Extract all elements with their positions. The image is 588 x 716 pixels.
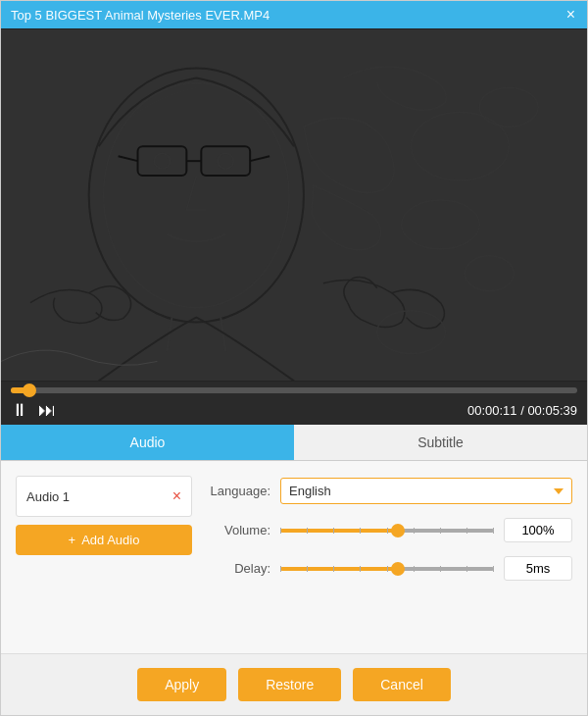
language-select[interactable]: English French Spanish German Chinese Ja… [280,478,572,504]
app-window: Top 5 BIGGEST Animal Mysteries EVER.MP4 … [0,0,588,716]
close-button[interactable]: × [564,7,577,23]
volume-track [280,529,494,533]
volume-label: Volume: [207,523,270,537]
language-label: Language: [207,484,270,498]
delay-slider[interactable] [280,559,494,579]
add-audio-button[interactable]: + Add Audio [16,525,192,555]
pause-button[interactable]: ⏸ [11,401,28,419]
volume-setting: Volume: [207,518,572,542]
video-player [1,28,587,382]
volume-thumb [391,524,405,537]
tab-subtitle[interactable]: Subtitle [294,425,587,460]
restore-button[interactable]: Restore [238,668,341,701]
audio-list: Audio 1 × [16,476,192,517]
footer: Apply Restore Cancel [1,653,587,715]
delay-setting: Delay: [207,556,572,581]
audio-list-panel: Audio 1 × + Add Audio [16,476,192,639]
delay-thumb [391,562,405,576]
progress-bar[interactable] [11,387,577,393]
volume-fill-right [398,529,494,533]
add-audio-label: Add Audio [81,533,139,547]
audio-settings: Language: English French Spanish German … [207,476,572,639]
video-sketch [1,28,587,382]
tab-audio[interactable]: Audio [1,425,294,460]
delay-fill-right [398,567,494,571]
title-bar: Top 5 BIGGEST Animal Mysteries EVER.MP4 … [1,1,587,28]
volume-input[interactable] [504,518,572,542]
audio-item: Audio 1 × [24,485,183,508]
audio-item-label: Audio 1 [26,489,70,504]
add-icon: + [69,533,76,547]
volume-slider[interactable] [280,521,494,540]
delay-fill [280,567,398,571]
current-time: 00:00:11 [467,403,517,418]
window-title: Top 5 BIGGEST Animal Mysteries EVER.MP4 [11,8,270,23]
delay-input[interactable] [504,556,572,581]
total-time: 00:05:39 [527,403,577,418]
video-controls: ⏸ ⏭ 00:00:11 / 00:05:39 [1,382,587,425]
audio-tab-content: Audio 1 × + Add Audio Language: English … [1,461,587,653]
progress-thumb [23,384,36,397]
audio-remove-button[interactable]: × [172,488,181,504]
cancel-button[interactable]: Cancel [353,668,451,701]
time-display: 00:00:11 / 00:05:39 [467,403,577,418]
delay-label: Delay: [207,561,270,576]
skip-button[interactable]: ⏭ [38,401,56,419]
delay-track [280,567,494,571]
volume-fill [280,529,398,533]
apply-button[interactable]: Apply [137,668,226,701]
tab-bar: Audio Subtitle [1,425,587,461]
language-setting: Language: English French Spanish German … [207,478,572,504]
